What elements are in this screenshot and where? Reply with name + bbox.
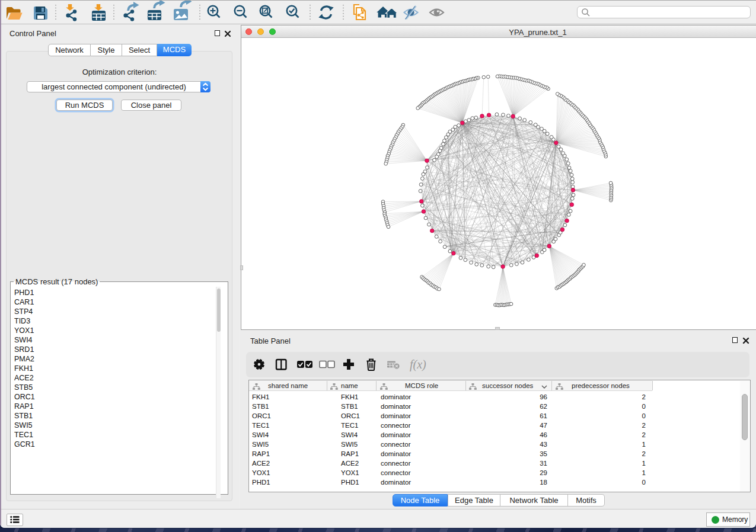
svg-text:f(x): f(x): [410, 358, 426, 371]
